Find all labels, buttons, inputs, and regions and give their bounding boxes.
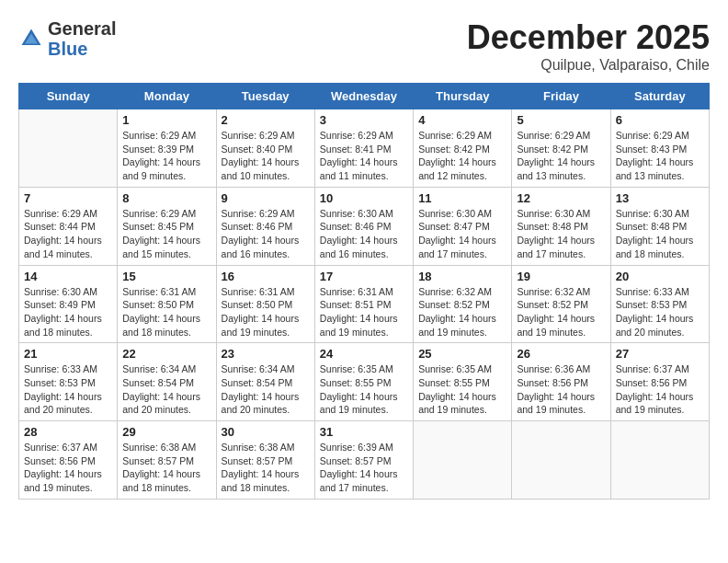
day-number: 25 <box>418 347 506 361</box>
month-title: December 2025 <box>467 18 710 57</box>
day-info: Sunrise: 6:34 AM Sunset: 8:54 PM Dayligh… <box>222 362 310 417</box>
day-number: 24 <box>320 347 408 361</box>
day-number: 28 <box>24 425 112 439</box>
day-number: 21 <box>24 347 112 361</box>
logo: General Blue <box>18 18 116 59</box>
day-number: 16 <box>222 270 310 283</box>
calendar-cell <box>414 421 512 500</box>
day-number: 29 <box>122 425 210 439</box>
calendar-week-row: 1Sunrise: 6:29 AM Sunset: 8:39 PM Daylig… <box>19 109 710 188</box>
calendar-cell: 11Sunrise: 6:30 AM Sunset: 8:47 PM Dayli… <box>414 187 512 265</box>
day-number: 13 <box>616 191 704 205</box>
day-number: 10 <box>320 191 408 205</box>
day-info: Sunrise: 6:32 AM Sunset: 8:52 PM Dayligh… <box>517 285 605 339</box>
calendar-cell: 2Sunrise: 6:29 AM Sunset: 8:40 PM Daylig… <box>216 109 314 188</box>
calendar-cell: 23Sunrise: 6:34 AM Sunset: 8:54 PM Dayli… <box>216 343 314 421</box>
day-info: Sunrise: 6:31 AM Sunset: 8:50 PM Dayligh… <box>122 285 210 339</box>
day-number: 6 <box>616 113 704 127</box>
day-info: Sunrise: 6:39 AM Sunset: 8:57 PM Dayligh… <box>320 441 408 495</box>
day-number: 1 <box>122 113 210 127</box>
day-number: 7 <box>24 191 112 205</box>
day-number: 12 <box>517 191 605 205</box>
weekday-header: Saturday <box>610 84 709 109</box>
weekday-header: Thursday <box>414 84 512 109</box>
subtitle: Quilpue, Valparaiso, Chile <box>467 57 710 74</box>
calendar-week-row: 7Sunrise: 6:29 AM Sunset: 8:44 PM Daylig… <box>19 187 710 265</box>
day-info: Sunrise: 6:34 AM Sunset: 8:54 PM Dayligh… <box>122 362 210 417</box>
day-info: Sunrise: 6:29 AM Sunset: 8:42 PM Dayligh… <box>517 129 605 183</box>
day-number: 2 <box>222 113 310 127</box>
logo-general: General <box>48 18 116 39</box>
calendar-cell: 8Sunrise: 6:29 AM Sunset: 8:45 PM Daylig… <box>118 187 216 265</box>
day-info: Sunrise: 6:29 AM Sunset: 8:45 PM Dayligh… <box>122 207 210 261</box>
calendar-cell: 7Sunrise: 6:29 AM Sunset: 8:44 PM Daylig… <box>19 187 118 265</box>
calendar-cell: 12Sunrise: 6:30 AM Sunset: 8:48 PM Dayli… <box>512 187 610 265</box>
day-info: Sunrise: 6:29 AM Sunset: 8:46 PM Dayligh… <box>222 207 310 261</box>
calendar-cell: 21Sunrise: 6:33 AM Sunset: 8:53 PM Dayli… <box>19 343 118 421</box>
calendar-table: SundayMondayTuesdayWednesdayThursdayFrid… <box>18 83 710 500</box>
calendar-cell: 9Sunrise: 6:29 AM Sunset: 8:46 PM Daylig… <box>216 187 314 265</box>
day-number: 26 <box>517 347 605 361</box>
day-info: Sunrise: 6:31 AM Sunset: 8:50 PM Dayligh… <box>222 285 310 339</box>
calendar-cell: 25Sunrise: 6:35 AM Sunset: 8:55 PM Dayli… <box>414 343 512 421</box>
day-info: Sunrise: 6:37 AM Sunset: 8:56 PM Dayligh… <box>616 362 704 417</box>
day-info: Sunrise: 6:33 AM Sunset: 8:53 PM Dayligh… <box>616 285 704 339</box>
calendar-cell: 16Sunrise: 6:31 AM Sunset: 8:50 PM Dayli… <box>216 265 314 343</box>
day-number: 18 <box>418 270 506 283</box>
calendar-week-row: 21Sunrise: 6:33 AM Sunset: 8:53 PM Dayli… <box>19 343 710 421</box>
calendar-cell: 17Sunrise: 6:31 AM Sunset: 8:51 PM Dayli… <box>314 265 413 343</box>
title-block: December 2025 Quilpue, Valparaiso, Chile <box>467 18 710 74</box>
calendar-cell <box>19 109 118 188</box>
day-number: 3 <box>320 113 408 127</box>
day-number: 11 <box>418 191 506 205</box>
day-info: Sunrise: 6:35 AM Sunset: 8:55 PM Dayligh… <box>418 362 506 417</box>
day-number: 4 <box>418 113 506 127</box>
calendar-cell: 26Sunrise: 6:36 AM Sunset: 8:56 PM Dayli… <box>512 343 610 421</box>
calendar-cell: 3Sunrise: 6:29 AM Sunset: 8:41 PM Daylig… <box>314 109 413 188</box>
day-info: Sunrise: 6:33 AM Sunset: 8:53 PM Dayligh… <box>24 362 112 417</box>
day-info: Sunrise: 6:30 AM Sunset: 8:49 PM Dayligh… <box>24 285 112 339</box>
day-number: 20 <box>616 270 704 283</box>
calendar-cell: 22Sunrise: 6:34 AM Sunset: 8:54 PM Dayli… <box>118 343 216 421</box>
day-info: Sunrise: 6:31 AM Sunset: 8:51 PM Dayligh… <box>320 285 408 339</box>
day-number: 5 <box>517 113 605 127</box>
day-info: Sunrise: 6:38 AM Sunset: 8:57 PM Dayligh… <box>122 441 210 495</box>
calendar-cell: 1Sunrise: 6:29 AM Sunset: 8:39 PM Daylig… <box>118 109 216 188</box>
calendar-cell <box>512 421 610 500</box>
day-number: 23 <box>222 347 310 361</box>
day-number: 17 <box>320 270 408 283</box>
calendar-cell: 14Sunrise: 6:30 AM Sunset: 8:49 PM Dayli… <box>19 265 118 343</box>
day-number: 8 <box>122 191 210 205</box>
calendar-week-row: 14Sunrise: 6:30 AM Sunset: 8:49 PM Dayli… <box>19 265 710 343</box>
calendar-cell: 24Sunrise: 6:35 AM Sunset: 8:55 PM Dayli… <box>314 343 413 421</box>
calendar-cell: 6Sunrise: 6:29 AM Sunset: 8:43 PM Daylig… <box>610 109 709 188</box>
calendar-cell: 13Sunrise: 6:30 AM Sunset: 8:48 PM Dayli… <box>610 187 709 265</box>
day-number: 14 <box>24 270 112 283</box>
weekday-header: Friday <box>512 84 610 109</box>
day-number: 19 <box>517 270 605 283</box>
calendar-cell: 5Sunrise: 6:29 AM Sunset: 8:42 PM Daylig… <box>512 109 610 188</box>
day-info: Sunrise: 6:30 AM Sunset: 8:48 PM Dayligh… <box>616 207 704 261</box>
day-info: Sunrise: 6:30 AM Sunset: 8:46 PM Dayligh… <box>320 207 408 261</box>
day-info: Sunrise: 6:29 AM Sunset: 8:42 PM Dayligh… <box>418 129 506 183</box>
day-number: 30 <box>222 425 310 439</box>
day-number: 22 <box>122 347 210 361</box>
day-info: Sunrise: 6:32 AM Sunset: 8:52 PM Dayligh… <box>418 285 506 339</box>
weekday-header-row: SundayMondayTuesdayWednesdayThursdayFrid… <box>19 84 710 109</box>
logo-text: General Blue <box>48 18 116 59</box>
weekday-header: Wednesday <box>314 84 413 109</box>
day-info: Sunrise: 6:29 AM Sunset: 8:40 PM Dayligh… <box>222 129 310 183</box>
day-number: 15 <box>122 270 210 283</box>
day-info: Sunrise: 6:29 AM Sunset: 8:44 PM Dayligh… <box>24 207 112 261</box>
day-info: Sunrise: 6:37 AM Sunset: 8:56 PM Dayligh… <box>24 441 112 495</box>
calendar-week-row: 28Sunrise: 6:37 AM Sunset: 8:56 PM Dayli… <box>19 421 710 500</box>
day-number: 27 <box>616 347 704 361</box>
day-info: Sunrise: 6:36 AM Sunset: 8:56 PM Dayligh… <box>517 362 605 417</box>
day-info: Sunrise: 6:29 AM Sunset: 8:43 PM Dayligh… <box>616 129 704 183</box>
calendar-cell: 20Sunrise: 6:33 AM Sunset: 8:53 PM Dayli… <box>610 265 709 343</box>
weekday-header: Sunday <box>19 84 118 109</box>
logo-icon <box>18 26 44 52</box>
calendar-cell: 27Sunrise: 6:37 AM Sunset: 8:56 PM Dayli… <box>610 343 709 421</box>
day-info: Sunrise: 6:35 AM Sunset: 8:55 PM Dayligh… <box>320 362 408 417</box>
calendar-cell: 4Sunrise: 6:29 AM Sunset: 8:42 PM Daylig… <box>414 109 512 188</box>
